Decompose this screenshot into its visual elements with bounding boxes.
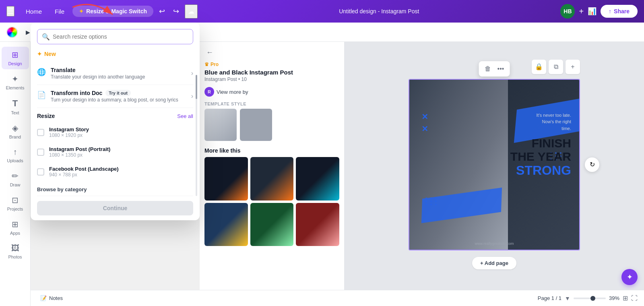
document-title: Untitled design - Instagram Post — [201, 8, 557, 14]
size-info-0: Instagram Story 1080 × 1920 px — [49, 126, 89, 138]
athlete-photo — [409, 80, 508, 250]
topbar-right: HB + 📊 ↑ Share — [560, 4, 638, 19]
checkbox-1[interactable] — [37, 149, 44, 156]
add-collaborator-button[interactable]: + — [579, 7, 584, 16]
more-like-item[interactable] — [250, 157, 294, 201]
zoom-slider[interactable] — [574, 298, 606, 299]
more-options-button[interactable]: ••• — [495, 63, 507, 75]
sidebar-label-text: Text — [11, 110, 19, 115]
add-page-button[interactable]: + Add page — [472, 257, 516, 269]
elements-icon: ✦ — [12, 74, 19, 84]
lock-canvas-button[interactable]: 🔒 — [532, 60, 546, 74]
file-button[interactable]: File — [50, 6, 69, 17]
page-indicator: Page 1 / 1 — [538, 295, 561, 301]
sidebar-item-design[interactable]: ⊞ Design — [2, 47, 29, 69]
magic-assist-button[interactable]: ✦ — [621, 269, 638, 285]
transform-title-row: Transform into Doc Try it out — [51, 90, 178, 96]
add-canvas-button[interactable]: + — [566, 60, 580, 74]
sidebar-item-brand[interactable]: ◈ Brand — [2, 120, 29, 143]
back-button[interactable]: ← — [204, 47, 215, 58]
pro-badge: ♛ Pro — [204, 62, 339, 67]
size-dims-0: 1080 × 1920 px — [49, 132, 89, 138]
topbar: ☰ Home File ✦ Resize & Magic Switch ↩ ↪ … — [0, 0, 644, 23]
design-panel: ← ♛ Pro Blue and Black Instagram Post In… — [200, 42, 345, 306]
sidebar-item-photos[interactable]: 🖼 Photos — [2, 240, 29, 263]
resize-scrollbar[interactable] — [196, 75, 197, 196]
undo-button[interactable]: ↩ — [157, 4, 167, 18]
template-thumb-1[interactable] — [204, 109, 237, 141]
analytics-icon[interactable]: 📊 — [588, 7, 597, 16]
template-style-label: Template style — [204, 101, 339, 106]
checkbox-0[interactable] — [37, 129, 44, 136]
dots-pattern-2 — [425, 197, 438, 205]
resize-section-header: Resize See all — [31, 108, 200, 122]
view-layout-button[interactable]: ⊞ — [623, 294, 628, 302]
sidebar-item-draw[interactable]: ✏ Draw — [2, 168, 29, 190]
size-dims-2: 940 × 788 px — [49, 172, 119, 178]
star-icon: ✦ — [79, 8, 84, 14]
template-thumb-2[interactable] — [240, 109, 272, 141]
design-icon: ⊞ — [12, 50, 19, 60]
notes-button[interactable]: 📝 Notes — [37, 294, 66, 303]
transform-title: Transform into Doc — [51, 90, 102, 96]
view-more-row: R View more by — [204, 87, 339, 97]
search-input[interactable] — [37, 29, 193, 44]
page-down-button[interactable]: ▼ — [565, 295, 570, 302]
home-button[interactable]: Home — [21, 6, 47, 17]
bottom-bar: 📝 Notes Page 1 / 1 ▼ 39% ⊞ ⛶ — [31, 290, 644, 306]
transform-option[interactable]: 📄 Transform into Doc Try it out Turn you… — [37, 85, 193, 108]
main-layout: ⊞ Design ✦ Elements T Text ◈ Brand ↑ Upl… — [0, 42, 644, 306]
sidebar-item-uploads[interactable]: ↑ Uploads — [2, 144, 29, 166]
redo-button[interactable]: ↪ — [171, 4, 182, 18]
more-like-grid — [204, 157, 339, 246]
color-wheel[interactable] — [6, 27, 18, 38]
crown-icon: ♛ — [204, 62, 209, 67]
size-name-2: Facebook Post (Landscape) — [49, 166, 119, 172]
bottom-right: Page 1 / 1 ▼ 39% ⊞ ⛶ — [538, 294, 638, 302]
translate-title: Translate — [51, 67, 145, 73]
size-row-0[interactable]: Instagram Story 1080 × 1920 px — [31, 122, 200, 142]
more-like-item[interactable] — [204, 203, 248, 246]
more-like-item[interactable] — [296, 203, 339, 246]
apps-icon: ⊞ — [12, 219, 19, 229]
transform-desc: Turn your design into a summary, a blog … — [51, 97, 178, 103]
cloud-icon[interactable]: ☁ — [185, 4, 198, 19]
see-all-link[interactable]: See all — [177, 113, 193, 119]
translate-option[interactable]: 🌐 Translate Translate your design into a… — [37, 62, 193, 85]
fullscreen-button[interactable]: ⛶ — [631, 295, 638, 302]
duplicate-canvas-button[interactable]: ⧉ — [549, 60, 563, 74]
x-marks: ✕ ✕ — [421, 112, 428, 134]
more-like-item[interactable] — [250, 203, 294, 246]
sidebar-item-elements[interactable]: ✦ Elements — [2, 71, 29, 93]
notes-icon: 📝 — [40, 295, 47, 301]
design-card[interactable]: ✕ ✕ — [409, 79, 580, 250]
size-name-1: Instagram Post (Portrait) — [49, 146, 110, 152]
avatar[interactable]: HB — [560, 4, 575, 19]
card-text-area: It's never too late. Now's the right tim… — [510, 112, 571, 178]
menu-icon[interactable]: ☰ — [6, 6, 14, 17]
size-row-1[interactable]: Instagram Post (Portrait) 1080 × 1350 px — [31, 142, 200, 162]
sidebar-item-text[interactable]: T Text — [2, 95, 29, 118]
x-mark-2: ✕ — [421, 124, 428, 134]
sidebar-label-uploads: Uploads — [7, 158, 23, 163]
view-more-label: View more by — [217, 89, 248, 95]
checkbox-2[interactable] — [37, 168, 44, 176]
continue-button: Continue — [37, 201, 193, 215]
author-avatar: R — [204, 87, 214, 97]
size-row-2[interactable]: Facebook Post (Landscape) 940 × 788 px — [31, 162, 200, 182]
translate-left: 🌐 Translate Translate your design into a… — [37, 67, 145, 80]
refresh-button[interactable]: ↻ — [585, 157, 599, 172]
more-like-item[interactable] — [296, 157, 339, 201]
more-like-item[interactable] — [204, 157, 248, 201]
draw-icon: ✏ — [12, 171, 19, 181]
delete-button[interactable]: 🗑 — [482, 63, 493, 75]
sidebar-item-apps[interactable]: ⊞ Apps — [2, 216, 29, 239]
translate-icon: 🌐 — [37, 68, 46, 76]
resize-scrollbar-thumb — [196, 75, 197, 99]
delete-toolbar: 🗑 ••• — [479, 61, 510, 76]
share-button[interactable]: ↑ Share — [601, 5, 638, 18]
projects-icon: ⊡ — [12, 195, 19, 205]
resize-magic-button[interactable]: ✦ Resize & Magic Switch — [72, 6, 153, 17]
sidebar-item-projects[interactable]: ⊡ Projects — [2, 192, 29, 215]
translate-text: Translate Translate your design into ano… — [51, 67, 145, 80]
